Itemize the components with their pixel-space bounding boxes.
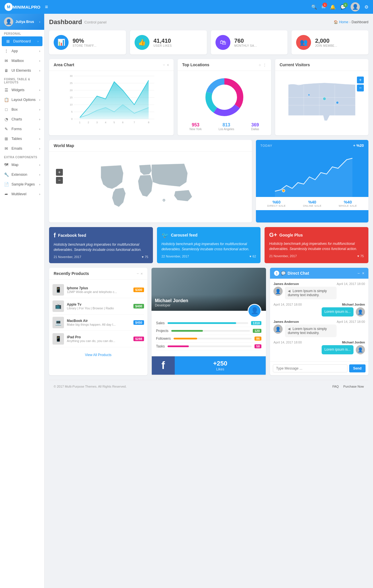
area-chart-svg: 30 25 20 15 10 5 0 1 2 3 4 5 6 (53, 73, 170, 125)
chat-send-button[interactable]: Send (349, 364, 366, 372)
sidebar-item-extension[interactable]: 🔧 Extension › (0, 170, 44, 179)
sidebar-item-dashboard[interactable]: ⊞ Dashboard › (2, 36, 42, 46)
stat-info: 2,000 JOIN MEMBE... (315, 38, 337, 47)
settings-icon[interactable]: ⚙ (364, 4, 368, 10)
world-map-svg (53, 155, 248, 218)
world-zoom-out-button[interactable]: − (56, 177, 63, 184)
sidebar-item-box[interactable]: □ Box › (0, 105, 44, 114)
twitter-footer: 22 November, 2017 ♥ 62 (162, 255, 256, 258)
tasks-bar-wrap (168, 345, 252, 347)
twitter-date: 22 November, 2017 (162, 255, 189, 258)
msg-name: Michael Jorden (342, 341, 365, 344)
mail-icon[interactable]: ✉ 1 (322, 4, 325, 10)
sidebar-user[interactable]: 👤 Juliya Brus › (0, 14, 44, 30)
view-all-button[interactable]: View All Products (49, 349, 147, 360)
sidebar-item-app[interactable]: ⋮ App › (0, 46, 44, 56)
nav-toggle-button[interactable]: ≡ (45, 4, 48, 10)
sidebar-item-layout[interactable]: 📋 Layout Options › (0, 95, 44, 105)
sidebar-user-chevron: › (39, 20, 40, 24)
followers-value: 86 (255, 337, 261, 341)
online-value: %40 (303, 200, 322, 204)
sidebar-item-label: App (11, 49, 18, 53)
heart-icon: ♥ (142, 255, 144, 259)
purchase-link[interactable]: Purchase Now (343, 385, 364, 388)
close-icon[interactable]: × (167, 63, 169, 67)
twitter-icon: 🐦 (162, 232, 169, 239)
minimize-icon[interactable]: − (137, 271, 139, 276)
more-icon[interactable]: ⋮ (263, 63, 267, 67)
chevron-right-icon: › (39, 183, 40, 186)
top-locations-controls: ○ ⋮ (259, 63, 267, 67)
twitter-text: Holisticly benchmark plug imperatives fo… (162, 241, 256, 252)
likes-value: 41,410 (154, 38, 172, 44)
sidebar-item-label: UI Elements (11, 69, 31, 73)
visitors-header: Current Visitors (275, 59, 369, 71)
sidebar-item-widgets[interactable]: ☰ Widgets › (0, 85, 44, 95)
forms-icon: ✎ (4, 127, 9, 131)
sidebar-item-forms[interactable]: ✎ Forms › (0, 124, 44, 134)
google-likes: ♥ 75 (357, 254, 364, 258)
sidebar-item-mailbox[interactable]: ✉ Mailbox › (0, 56, 44, 66)
page-header: Dashboard Control panel 🏠 Home › Dashboa… (49, 18, 368, 26)
traffic-icon: 📊 (54, 35, 69, 50)
close-icon[interactable]: × (362, 271, 364, 276)
svg-text:8: 8 (148, 121, 149, 124)
facebook-icon: f (54, 232, 56, 239)
product-price: $300 (133, 288, 144, 292)
chat-input[interactable] (273, 364, 347, 372)
chat-message-4: Michael Jorden April 14, 2017 18:00 👤 Lo… (273, 341, 365, 354)
msg-header: James Anderson April 14, 2017 18:00 (273, 320, 365, 323)
product-desc: Make big things happen. All day l... (67, 323, 131, 326)
world-zoom-in-button[interactable]: + (56, 169, 63, 176)
google-header: G+ Google Plus (269, 232, 364, 238)
sidebar-item-charts[interactable]: ◔ Charts › (0, 114, 44, 124)
twitter-platform: Carousel feed (171, 233, 198, 237)
sidebar-user-avatar: 👤 (4, 17, 13, 26)
map-zoom-controls: + − (357, 77, 364, 91)
product-price: $288 (133, 337, 144, 341)
chat-badge: 5 (343, 3, 348, 7)
faq-link[interactable]: FAQ (332, 385, 339, 388)
zoom-in-button[interactable]: + (357, 77, 364, 83)
sidebar-item-emails[interactable]: ✉ Emails › (0, 144, 44, 153)
zoom-out-button[interactable]: − (357, 85, 364, 91)
brand-logo: M (5, 3, 13, 11)
svg-point-35 (308, 94, 310, 96)
svg-text:10: 10 (70, 103, 73, 106)
members-value: 2,000 (315, 38, 337, 44)
footer-copyright: © 2017 Multi-Purpose Themes. All Rights … (54, 385, 127, 388)
search-icon[interactable]: 🔍 (311, 4, 317, 10)
donut-chart-svg (201, 74, 247, 120)
nav-right-icons: 🔍 ✉ 1 🔔 💬 5 👤 ⚙ (311, 2, 368, 11)
today-stat-online: %40 ONLINE SALE (303, 200, 322, 207)
sidebar-item-label: Dashboard (13, 39, 31, 43)
map-icon: 🗺 (4, 163, 9, 167)
sidebar-item-ui[interactable]: 🖥 UI Elements › (0, 66, 44, 75)
product-thumb: 💻 (53, 317, 64, 328)
sidebar-item-map[interactable]: 🗺 Map › (0, 160, 44, 170)
bell-icon[interactable]: 🔔 (330, 4, 336, 10)
minimize-icon[interactable]: − (358, 271, 360, 276)
google-icon: G+ (269, 232, 277, 238)
minimize-icon[interactable]: − (163, 63, 165, 67)
sidebar-item-label: Charts (11, 117, 22, 121)
today-header: TODAY + %20 (256, 140, 369, 151)
sidebar-item-tables[interactable]: ⊞ Tables › (0, 134, 44, 144)
circle-icon[interactable]: ○ (259, 63, 261, 67)
user-avatar[interactable]: 👤 (351, 2, 360, 11)
members-icon: 👥 (296, 35, 311, 50)
area-chart-card: Area Chart − × (49, 59, 174, 135)
sidebar-item-multilevel[interactable]: ➦ Multilevel › (0, 189, 44, 199)
breadcrumb-home[interactable]: Home (339, 20, 348, 24)
charts-icon: ◔ (4, 117, 9, 122)
sidebar-item-sample[interactable]: 📄 Sample Pages › (0, 179, 44, 189)
ny-label: New York (189, 128, 201, 131)
chat-icon[interactable]: 💬 5 (340, 4, 346, 10)
close-icon[interactable]: × (141, 271, 143, 276)
msg-name: James Anderson (273, 320, 299, 323)
world-row: World Map + − (49, 140, 368, 222)
world-map-header: World Map (49, 140, 252, 152)
msg-time: April 14, 2017 18:00 (273, 341, 302, 344)
whole-value: %40 (339, 200, 357, 204)
top-locations-header: Top Locations ○ ⋮ (178, 59, 271, 71)
